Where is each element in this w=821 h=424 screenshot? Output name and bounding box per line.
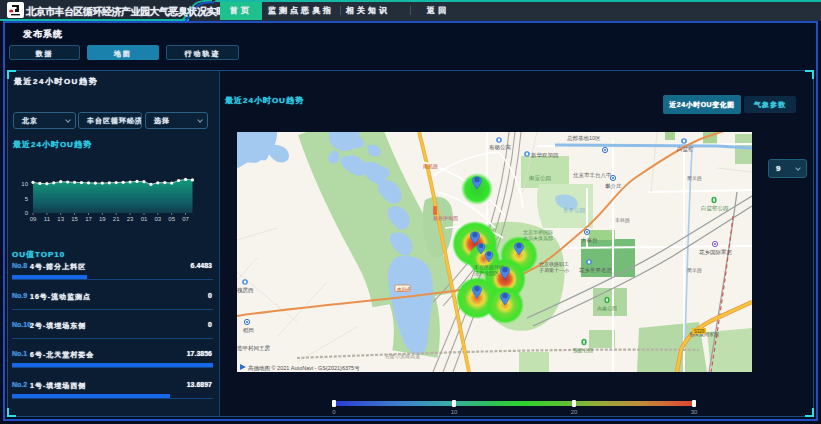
svg-text:看杨公寓: 看杨公寓: [489, 144, 512, 151]
svg-text:23: 23: [127, 216, 134, 222]
svg-text:稻田: 稻田: [243, 327, 254, 334]
svg-text:09: 09: [30, 216, 37, 222]
svg-text:03: 03: [154, 216, 161, 222]
svg-text:在建小永雄高速: 在建小永雄高速: [385, 353, 420, 360]
svg-text:19: 19: [99, 216, 106, 222]
svg-text:花乡世界名居: 花乡世界名居: [579, 267, 613, 274]
svg-text:预建公园: 预建公园: [573, 347, 593, 354]
svg-text:13: 13: [57, 216, 64, 222]
svg-text:07: 07: [182, 216, 189, 222]
svg-text:高德地图 © 2021 AutoNavi - GS(2021: 高德地图 © 2021 AutoNavi - GS(2021)6375号: [248, 365, 360, 372]
svg-text:南苑路: 南苑路: [423, 163, 438, 170]
svg-text:北京市丰台八中: 北京市丰台八中: [572, 172, 612, 179]
svg-text:17: 17: [85, 216, 92, 222]
svg-text:御景公园: 御景公园: [528, 175, 551, 182]
svg-text:05: 05: [168, 216, 175, 222]
svg-text:樊羊路: 樊羊路: [687, 175, 702, 181]
svg-text:世界公园: 世界公园: [563, 207, 585, 214]
svg-text:槐房西: 槐房西: [237, 287, 254, 294]
svg-text:15: 15: [71, 216, 78, 222]
svg-text:造甲村回王房: 造甲村回王房: [237, 345, 271, 352]
svg-text:花乡国际家居: 花乡国际家居: [699, 249, 733, 256]
svg-text:樊羊路: 樊羊路: [687, 267, 702, 273]
svg-text:01: 01: [141, 216, 148, 222]
svg-text:丰科路: 丰科路: [615, 217, 630, 223]
svg-text:0: 0: [25, 210, 29, 216]
svg-text:子弟第十一小: 子弟第十一小: [539, 267, 569, 274]
svg-text:新华双加园: 新华双加园: [531, 152, 559, 159]
svg-text:21: 21: [113, 216, 120, 222]
svg-text:高鑫公园: 高鑫公园: [597, 305, 617, 312]
svg-text:白盆窑公园: 白盆窑公园: [701, 205, 729, 212]
svg-text:总部基地10区: 总部基地10区: [566, 135, 601, 142]
svg-text:紫谷伊甸园: 紫谷伊甸园: [433, 215, 458, 222]
svg-text:S326: S326: [694, 329, 705, 334]
svg-text:高尔夫俱乐部: 高尔夫俱乐部: [523, 235, 553, 242]
svg-text:攀介庄: 攀介庄: [605, 183, 622, 189]
svg-text:白盆窑: 白盆窑: [677, 146, 694, 153]
svg-text:大葆台: 大葆台: [581, 237, 598, 243]
svg-text:济产业园区: 济产业园区: [474, 270, 499, 277]
svg-text:10: 10: [21, 181, 28, 187]
svg-text:5: 5: [25, 196, 29, 202]
svg-text:南四环: 南四环: [397, 286, 411, 292]
svg-text:11: 11: [44, 216, 51, 222]
